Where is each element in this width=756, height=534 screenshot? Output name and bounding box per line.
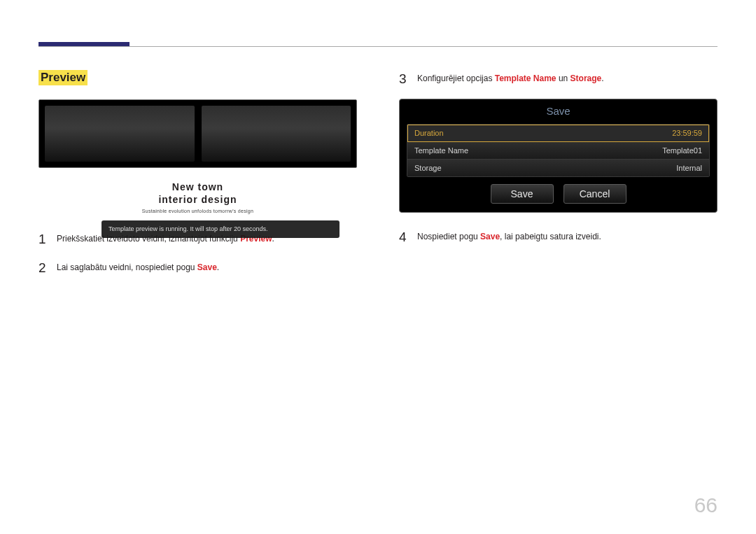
template-preview-figure [38, 99, 357, 168]
dialog-row-duration[interactable]: Duration 23:59:59 [407, 125, 709, 142]
step-keyword: Storage [570, 73, 602, 83]
preview-toast: Template preview is running. It will sto… [102, 220, 340, 238]
step-number: 2 [38, 259, 48, 278]
dialog-row-value: 23:59:59 [672, 129, 702, 137]
step-body: Nospiediet pogu Save, lai pabeigtu satur… [417, 228, 601, 247]
dialog-row-storage[interactable]: Storage Internal [407, 160, 709, 176]
preview-frames [45, 106, 351, 162]
save-dialog: Save Duration 23:59:59 Template Name Tem… [399, 99, 718, 213]
step-3: 3 Konfigurējiet opcijas Template Name un… [399, 70, 718, 89]
save-dialog-table: Duration 23:59:59 Template Name Template… [407, 124, 710, 177]
step-text-mid: un [556, 73, 570, 83]
step-2: 2 Lai saglabātu veidni, nospiediet pogu … [38, 259, 357, 278]
step-number: 3 [399, 70, 409, 89]
step-keyword: Save [480, 232, 500, 241]
page-number: 66 [694, 493, 718, 517]
preview-caption-line-2: interior design [38, 193, 357, 206]
dialog-row-template-name[interactable]: Template Name Template01 [407, 142, 709, 160]
save-dialog-title: Save [400, 99, 717, 121]
preview-caption-line-1: New town [38, 181, 357, 193]
dialog-row-label: Storage [414, 164, 442, 172]
left-column: Preview Template preview is running. It … [38, 70, 357, 492]
dialog-buttons: Save Cancel [400, 184, 717, 204]
step-text-pre: Konfigurējiet opcijas [417, 73, 495, 83]
step-number: 1 [38, 230, 48, 249]
header-accent-bar [38, 42, 130, 46]
preview-frame-left [45, 106, 195, 162]
step-text-mid: , lai pabeigtu satura izveidi. [500, 232, 601, 241]
step-number: 4 [399, 228, 409, 247]
cancel-button[interactable]: Cancel [564, 184, 626, 204]
save-button[interactable]: Save [491, 184, 554, 204]
preview-caption-sub: Sustainble evolution unfolods tomorrw's … [38, 209, 357, 213]
step-text-pre: Lai saglabātu veidni, nospiediet pogu [57, 262, 197, 272]
preview-frame-right [202, 106, 351, 162]
step-body: Konfigurējiet opcijas Template Name un S… [417, 70, 604, 89]
step-keyword: Save [197, 262, 217, 272]
step-keyword: Template Name [495, 73, 556, 83]
step-body: Lai saglabātu veidni, nospiediet pogu Sa… [57, 259, 219, 278]
step-text-pre: Nospiediet pogu [417, 232, 480, 241]
dialog-row-label: Duration [414, 129, 444, 137]
header-rule [38, 46, 718, 47]
preview-caption: New town interior design [38, 181, 357, 206]
section-title-preview: Preview [38, 70, 88, 85]
step-text-post: . [601, 73, 603, 83]
dialog-row-label: Template Name [414, 146, 468, 155]
right-column: 3 Konfigurējiet opcijas Template Name un… [399, 70, 718, 492]
dialog-row-value: Template01 [662, 146, 702, 155]
dialog-row-value: Internal [676, 164, 702, 172]
step-text-mid: . [217, 262, 219, 272]
step-4: 4 Nospiediet pogu Save, lai pabeigtu sat… [399, 228, 718, 247]
